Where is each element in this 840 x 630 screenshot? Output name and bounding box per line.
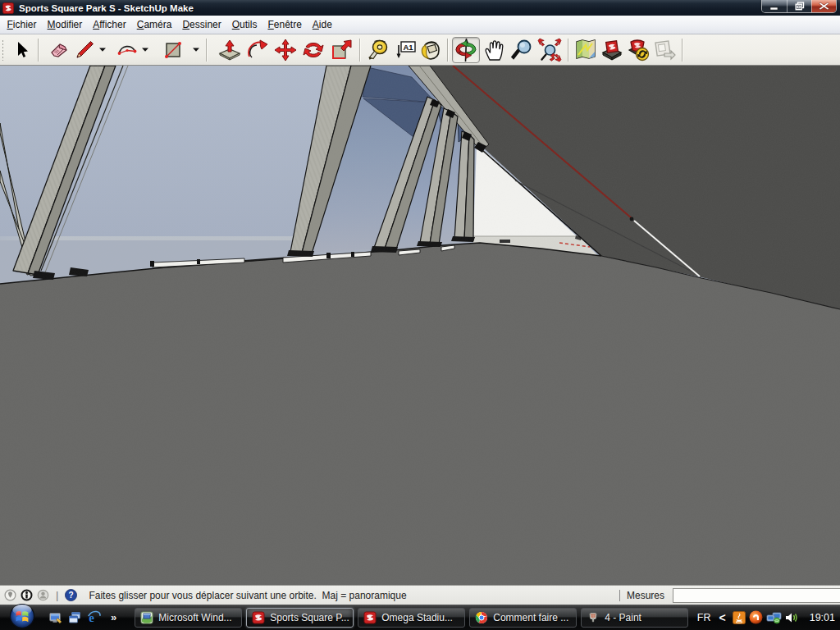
sketchup-icon [252,611,265,624]
follow-me-icon [246,39,269,62]
rotate-icon [302,39,325,62]
minimize-button[interactable] [762,0,787,12]
sketchup-app-icon [2,2,14,14]
taskbar: e » Microsoft Wind... Sports S [0,605,840,630]
status-separator [619,590,620,601]
menu-afficher[interactable]: Afficher [88,16,131,33]
switch-windows-icon[interactable] [68,611,81,624]
language-indicator[interactable]: FR [697,612,711,623]
send-to-layout-button[interactable] [651,37,678,63]
menu-outils[interactable]: Outils [226,16,262,33]
show-desktop-icon[interactable] [49,611,62,624]
restore-button[interactable] [787,0,811,12]
scale-icon [330,39,353,62]
internet-explorer-icon[interactable]: e [87,610,101,624]
viewport-grain [0,66,840,585]
screen: Sports Square Park S - SketchUp Make [0,0,840,630]
rotate-tool-button[interactable] [299,37,327,63]
menu-bar: Fichier Modifier Afficher Caméra Dessine… [0,16,840,34]
pan-icon [482,39,505,62]
taskbar-button-omega-stadium[interactable]: Omega Stadiu... [358,608,465,628]
quick-launch-overflow-chevron[interactable]: » [111,611,116,623]
quick-launch: e [49,610,101,624]
add-location-button[interactable] [573,37,599,63]
rectangle-tool-dropdown[interactable] [190,37,202,63]
menu-modifier[interactable]: Modifier [42,16,88,33]
orbit-tool-button[interactable] [452,37,480,63]
share-model-button[interactable] [625,37,651,63]
measurements-label: Mesures [627,590,664,601]
taskbar-button-sports-square-park[interactable]: Sports Square P... [246,608,354,628]
orbit-icon [454,38,478,62]
dropdown-arrow-icon [99,48,106,52]
tape-measure-tool-button[interactable] [364,37,392,63]
paint-app-icon [587,611,600,624]
toolbar: A1 [0,34,840,66]
add-location-icon [574,39,597,62]
model-viewport[interactable] [0,66,840,585]
taskbar-button-comment-faire[interactable]: Comment faire ... [469,608,577,628]
minimize-icon [769,2,779,11]
measurements-input[interactable] [673,588,840,603]
start-button[interactable] [7,600,38,630]
tray-collapse-chevron[interactable]: < [719,611,726,624]
window-title: Sports Square Park S - SketchUp Make [19,3,194,13]
network-tray-icon[interactable] [766,611,782,624]
toolbar-grip[interactable] [2,39,4,61]
text-tool-button[interactable]: A1 [392,37,418,63]
arc-tool-dropdown[interactable] [139,37,151,63]
java-tray-icon[interactable] [733,611,746,624]
move-tool-button[interactable] [272,37,299,63]
text-icon: A1 [394,39,417,62]
task-button-label: 4 - Paint [605,612,641,623]
paint-bucket-tool-button[interactable] [418,37,443,63]
volume-tray-icon[interactable] [785,611,800,624]
share-model-icon [627,39,650,62]
pan-tool-button[interactable] [480,37,508,63]
help-icon[interactable]: ? [65,589,77,601]
zoom-extents-tool-button[interactable] [536,37,564,63]
dropdown-arrow-icon [193,48,199,52]
status-bar: | ? Faites glisser pour vous déplacer su… [0,585,840,605]
windows-app-icon [140,611,153,624]
help-glyph: ? [69,591,74,600]
menu-camera[interactable]: Caméra [131,16,177,33]
status-message: Faites glisser pour vous déplacer suivan… [89,590,406,601]
task-button-label: Comment faire ... [493,612,568,623]
rectangle-tool-button[interactable] [161,37,185,63]
arc-tool-button[interactable] [115,37,139,63]
agent-tray-icon[interactable] [749,610,763,624]
select-tool-button[interactable] [9,37,34,63]
zoom-tool-button[interactable] [508,37,536,63]
taskbar-button-paint[interactable]: 4 - Paint [581,608,688,628]
restore-icon [795,2,805,11]
send-to-layout-icon [653,39,676,62]
menu-dessiner[interactable]: Dessiner [177,16,226,33]
sketchup-icon [363,611,377,624]
get-models-button[interactable] [599,37,625,63]
move-icon [274,39,297,62]
push-pull-tool-button[interactable] [216,37,244,63]
follow-me-tool-button[interactable] [244,37,272,63]
menu-fenetre[interactable]: Fenêtre [262,16,307,33]
text-tool-label: A1 [403,42,413,51]
eraser-icon [49,39,71,61]
get-models-icon [600,39,623,62]
close-button[interactable] [811,0,836,12]
toolbar-separator [447,39,448,62]
sign-in-status-icon[interactable] [37,589,49,601]
line-tool-dropdown[interactable] [97,37,108,63]
menu-aide[interactable]: Aide [307,16,337,33]
eraser-tool-button[interactable] [48,37,72,63]
menu-fichier[interactable]: Fichier [2,16,42,33]
select-icon [11,40,31,60]
task-button-label: Microsoft Wind... [158,612,231,623]
clock[interactable]: 19:01 [810,612,835,623]
line-icon [74,39,95,61]
taskbar-button-microsoft-windows[interactable]: Microsoft Wind... [135,608,242,628]
push-pull-icon [218,39,241,62]
task-button-label: Omega Stadiu... [381,612,453,623]
task-button-label: Sports Square P... [270,612,349,623]
line-tool-button[interactable] [72,37,97,63]
scale-tool-button[interactable] [327,37,355,63]
